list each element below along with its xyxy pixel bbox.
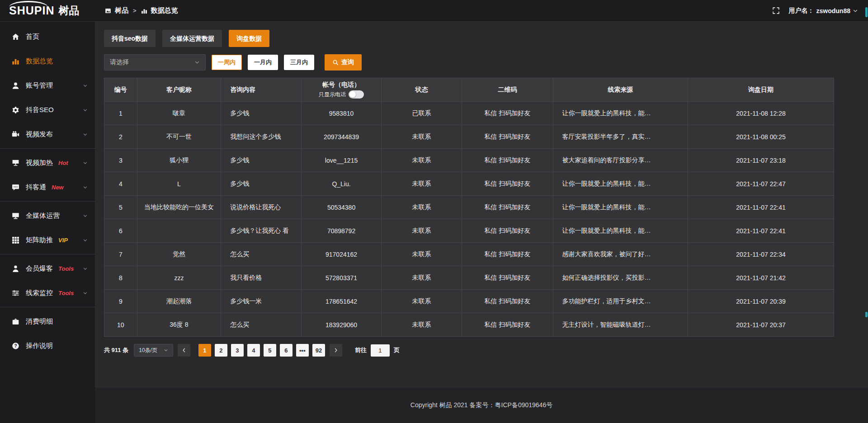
cell-content: 多少钱 <box>221 102 302 125</box>
page-button[interactable]: 92 <box>312 344 325 357</box>
cell-date: 2021-11-07 22:47 <box>688 172 834 196</box>
cell-source-link[interactable]: 无主灯设计，智能磁吸轨道灯… <box>553 313 688 337</box>
scrollbar-marker[interactable] <box>865 312 868 317</box>
home-icon <box>12 33 19 41</box>
cell-date: 2021-11-07 21:42 <box>688 266 834 290</box>
page-size-value: 10条/页 <box>139 347 157 354</box>
breadcrumb-current: 数据总览 <box>151 6 178 15</box>
period-button[interactable]: 三月内 <box>284 55 314 70</box>
cell-qr-link[interactable]: 私信 扫码加好友 <box>462 266 553 290</box>
cell-account: 572803371 <box>301 266 382 290</box>
tab[interactable]: 询盘数据 <box>229 30 269 47</box>
cell-date: 2021-11-07 20:39 <box>688 290 834 313</box>
user-menu[interactable]: 用户名：zswodun88 <box>789 7 858 15</box>
sidebar-item[interactable]: 账号管理 <box>0 73 95 98</box>
cell-source-link[interactable]: 客厅安装投影半年多了，真实… <box>553 125 688 149</box>
app-icon <box>105 8 111 14</box>
chevron-down-icon <box>83 160 88 165</box>
column-header-content: 咨询内容 <box>221 78 302 102</box>
cell-source-link[interactable]: 如何正确选择投影仪，买投影… <box>553 266 688 290</box>
period-button[interactable]: 一周内 <box>212 55 242 70</box>
prev-page-button[interactable] <box>178 344 190 357</box>
inquiry-table: 编号 客户昵称 咨询内容 帐号（电话） 只显示电话 状态 二维码 线索来源 询盘… <box>104 78 834 337</box>
sidebar-divider <box>0 148 95 149</box>
cell-account: 2097344839 <box>301 125 382 149</box>
sidebar-item-label: 抖客通 <box>26 183 46 192</box>
sidebar-item-label: 账号管理 <box>26 81 53 90</box>
cell-date: 2021-11-07 20:37 <box>688 313 834 337</box>
filter-select-value: 请选择 <box>110 58 129 66</box>
sidebar-item-label: 全媒体运营 <box>26 212 60 220</box>
sidebar-item[interactable]: 矩阵助推VIP <box>0 228 95 252</box>
sidebar-item[interactable]: 会员爆客Tools <box>0 256 95 281</box>
cell-qr-link[interactable]: 私信 扫码加好友 <box>462 102 553 125</box>
cell-source-link[interactable]: 被大家追着问的客厅投影分享… <box>553 149 688 172</box>
search-icon <box>332 59 339 66</box>
sidebar-item-badge: Tools <box>58 265 74 272</box>
page-button[interactable]: 6 <box>280 344 292 357</box>
cell-source-link[interactable]: 让你一眼就爱上的黑科技，能… <box>553 196 688 219</box>
page-ellipsis[interactable]: ••• <box>296 344 309 357</box>
cell-nickname: 不可一世 <box>137 125 221 149</box>
cell-qr-link[interactable]: 私信 扫码加好友 <box>462 219 553 243</box>
sidebar-item[interactable]: 视频加热Hot <box>0 150 95 175</box>
cell-source-link[interactable]: 让你一眼就爱上的黑科技，能… <box>553 172 688 196</box>
scrollbar-marker[interactable] <box>865 7 868 17</box>
cell-nickname: 潮起潮落 <box>137 290 221 313</box>
page-button[interactable]: 2 <box>215 344 227 357</box>
goto-page-input[interactable] <box>371 344 390 357</box>
cell-nickname: 36度 8 <box>137 313 221 337</box>
sidebar-item-badge: Tools <box>58 290 74 296</box>
cell-account: love__1215 <box>301 149 382 172</box>
cell-account: Q_Liu. <box>301 172 382 196</box>
filter-select[interactable]: 请选择 <box>104 54 206 70</box>
tab[interactable]: 全媒体运营数据 <box>162 30 222 47</box>
cell-qr-link[interactable]: 私信 扫码加好友 <box>462 290 553 313</box>
sidebar-item-label: 视频发布 <box>26 130 53 139</box>
page-size-select[interactable]: 10条/页 <box>134 344 173 357</box>
column-header-source: 线索来源 <box>553 78 688 102</box>
wallet-icon <box>12 318 19 325</box>
sidebar-item[interactable]: 视频发布 <box>0 122 95 146</box>
tab[interactable]: 抖音seo数据 <box>104 30 156 47</box>
cell-qr-link[interactable]: 私信 扫码加好友 <box>462 243 553 266</box>
user-icon <box>12 82 19 89</box>
table-row: 9潮起潮落多少钱一米178651642未联系私信 扫码加好友多功能护栏灯，适用于… <box>104 290 834 313</box>
fullscreen-icon[interactable] <box>772 7 780 14</box>
sidebar-item[interactable]: 抖音SEO <box>0 98 95 122</box>
sidebar-item[interactable]: 抖客通New <box>0 175 95 199</box>
cell-qr-link[interactable]: 私信 扫码加好友 <box>462 196 553 219</box>
phone-only-toggle[interactable] <box>349 90 364 99</box>
cell-source-link[interactable]: 让你一眼就爱上的黑科技，能… <box>553 219 688 243</box>
search-button[interactable]: 查询 <box>325 54 362 70</box>
sidebar-item[interactable]: 消费明细 <box>0 309 95 334</box>
sidebar-item[interactable]: 全媒体运营 <box>0 203 95 228</box>
cell-source-link[interactable]: 让你一眼就爱上的黑科技，能… <box>553 102 688 125</box>
cell-content: 怎么买 <box>221 243 302 266</box>
table-row: 1036度 8怎么买183929060未联系私信 扫码加好友无主灯设计，智能磁吸… <box>104 313 834 337</box>
sidebar-item[interactable]: 首页 <box>0 24 95 49</box>
cell-status: 未联系 <box>382 196 462 219</box>
sidebar-item-label: 抖音SEO <box>26 106 54 114</box>
cell-account: 70898792 <box>301 219 382 243</box>
cell-qr-link[interactable]: 私信 扫码加好友 <box>462 149 553 172</box>
cell-source-link[interactable]: 感谢大家喜欢我家，被问了好… <box>553 243 688 266</box>
cell-content: 多少钱一米 <box>221 290 302 313</box>
sidebar-item[interactable]: 线索监控Tools <box>0 281 95 305</box>
page-button[interactable]: 1 <box>198 344 211 357</box>
sidebar-item[interactable]: 数据总览 <box>0 49 95 73</box>
sidebar-item[interactable]: ?操作说明 <box>0 334 95 358</box>
cell-qr-link[interactable]: 私信 扫码加好友 <box>462 172 553 196</box>
page-button[interactable]: 3 <box>231 344 244 357</box>
sidebar-divider <box>0 307 95 307</box>
next-page-button[interactable] <box>330 344 342 357</box>
cell-content: 多少钱 <box>221 172 302 196</box>
page-button[interactable]: 4 <box>247 344 260 357</box>
cell-qr-link[interactable]: 私信 扫码加好友 <box>462 125 553 149</box>
cell-source-link[interactable]: 多功能护栏灯，适用于乡村文… <box>553 290 688 313</box>
period-button[interactable]: 一月内 <box>248 55 278 70</box>
cell-content: 多少钱 <box>221 149 302 172</box>
cell-qr-link[interactable]: 私信 扫码加好友 <box>462 313 553 337</box>
page-button[interactable]: 5 <box>264 344 276 357</box>
breadcrumb-root[interactable]: 树品 <box>115 6 128 15</box>
